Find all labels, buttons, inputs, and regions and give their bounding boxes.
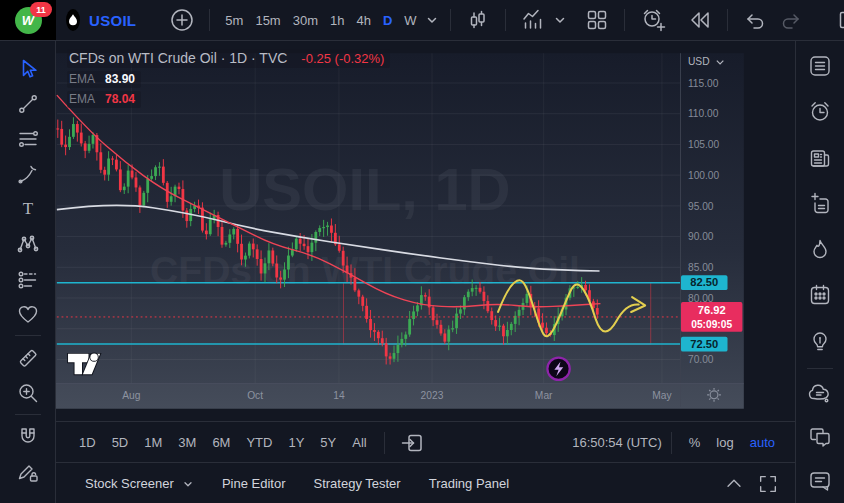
symbol-legend-row[interactable]: CFDs on WTI Crude Oil · 1D · TVC -0.25 (… bbox=[67, 49, 390, 68]
interval-4h[interactable]: 4h bbox=[350, 13, 376, 28]
app-logo[interactable]: W 11 bbox=[0, 0, 56, 40]
time-axis-strip[interactable] bbox=[55, 384, 744, 408]
svg-text:70.00: 70.00 bbox=[688, 354, 714, 365]
auto-scale-button[interactable]: auto bbox=[742, 435, 783, 450]
interval-15m[interactable]: 15m bbox=[249, 13, 286, 28]
range-3m[interactable]: 3M bbox=[170, 435, 204, 450]
forecast-tool[interactable] bbox=[0, 261, 55, 296]
legend-title: CFDs on WTI Crude Oil · 1D · TVC bbox=[69, 50, 287, 66]
interval-1h[interactable]: 1h bbox=[324, 13, 350, 28]
fullscreen-square-button[interactable] bbox=[831, 9, 844, 31]
watermark-symbol: USOIL, 1D bbox=[219, 156, 510, 223]
xabcd-pattern-tool[interactable] bbox=[0, 226, 55, 261]
fib-retracement-tool[interactable] bbox=[0, 121, 55, 156]
tab-strategy-tester[interactable]: Strategy Tester bbox=[313, 476, 400, 491]
svg-text:Aug: Aug bbox=[122, 390, 140, 401]
divider bbox=[671, 432, 672, 454]
tab-pine-editor[interactable]: Pine Editor bbox=[222, 476, 286, 491]
range-1y[interactable]: 1Y bbox=[280, 435, 312, 450]
range-ytd[interactable]: YTD bbox=[238, 435, 280, 450]
calendar-button[interactable] bbox=[796, 273, 844, 319]
drawing-toolbar: T bbox=[0, 41, 56, 503]
tab-stock-screener-label: Stock Screener bbox=[85, 476, 174, 491]
alerts-button[interactable] bbox=[796, 89, 844, 135]
bottom-range-toolbar: 1D 5D 1M 3M 6M YTD 1Y 5Y All 16:50:54 (U… bbox=[55, 421, 795, 463]
svg-text:76.92: 76.92 bbox=[698, 304, 726, 316]
indicators-button[interactable] bbox=[515, 8, 551, 32]
svg-text:85.00: 85.00 bbox=[688, 262, 714, 273]
quick-action-lightning-icon[interactable] bbox=[547, 358, 569, 380]
news-button[interactable] bbox=[796, 135, 844, 181]
zoom-in-tool[interactable] bbox=[0, 375, 55, 410]
trend-line-tool[interactable] bbox=[0, 86, 55, 121]
panel-collapse-chevron-up-button[interactable] bbox=[717, 473, 751, 495]
alert-clock-button[interactable] bbox=[634, 7, 672, 33]
range-1d[interactable]: 1D bbox=[71, 435, 104, 450]
redo-button[interactable] bbox=[773, 8, 809, 32]
utc-clock[interactable]: 16:50:54 (UTC) bbox=[572, 435, 662, 450]
favorites-heart-tool[interactable] bbox=[0, 296, 55, 331]
chats-button[interactable] bbox=[796, 415, 844, 459]
svg-text:90.00: 90.00 bbox=[688, 231, 714, 242]
interval-chevron-down-icon[interactable] bbox=[423, 13, 441, 27]
compare-add-button[interactable] bbox=[164, 8, 200, 32]
chart-style-candles-button[interactable] bbox=[460, 8, 496, 32]
panel-maximize-button[interactable] bbox=[751, 473, 785, 495]
ema-legend-row-1[interactable]: EMA 83.90 bbox=[67, 71, 141, 88]
trading-app: W 11 USOIL 5m 15m 30m 1h 4h D W bbox=[0, 0, 844, 503]
log-scale-button[interactable]: log bbox=[708, 435, 741, 450]
symbol-name[interactable]: USOIL bbox=[89, 12, 136, 29]
magnet-tool[interactable] bbox=[0, 419, 55, 454]
divider bbox=[450, 9, 451, 31]
bar-replay-button[interactable] bbox=[682, 8, 718, 32]
svg-text:82.50: 82.50 bbox=[690, 276, 718, 288]
interval-5m[interactable]: 5m bbox=[219, 13, 249, 28]
oil-droplet-icon bbox=[66, 9, 80, 31]
svg-text:72.50: 72.50 bbox=[690, 338, 718, 350]
drawing-lock-tool[interactable] bbox=[0, 454, 55, 489]
divider bbox=[807, 368, 833, 369]
range-5d[interactable]: 5D bbox=[104, 435, 137, 450]
ema-legend-row-2[interactable]: EMA 78.04 bbox=[67, 91, 141, 108]
interval-1w[interactable]: W bbox=[398, 13, 422, 28]
tab-pine-editor-label: Pine Editor bbox=[222, 476, 286, 491]
layout-grid-button[interactable] bbox=[579, 8, 615, 32]
divider bbox=[384, 432, 385, 454]
measure-ruler-tool[interactable] bbox=[0, 340, 55, 375]
notification-badge: 11 bbox=[30, 2, 52, 17]
chart-legend: CFDs on WTI Crude Oil · 1D · TVC -0.25 (… bbox=[67, 49, 390, 111]
svg-text:14: 14 bbox=[333, 390, 345, 401]
top-toolbar: W 11 USOIL 5m 15m 30m 1h 4h D W bbox=[0, 0, 844, 41]
price-axis-currency[interactable]: USD bbox=[688, 56, 710, 67]
tab-trading-panel[interactable]: Trading Panel bbox=[429, 476, 509, 491]
divider bbox=[727, 9, 728, 31]
range-1m[interactable]: 1M bbox=[136, 435, 170, 450]
support-chat-button[interactable] bbox=[796, 459, 844, 503]
undo-button[interactable] bbox=[737, 8, 773, 32]
interval-1d-active[interactable]: D bbox=[377, 13, 398, 28]
minds-button[interactable] bbox=[796, 373, 844, 415]
percent-scale-button[interactable]: % bbox=[681, 435, 709, 450]
brush-tool[interactable] bbox=[0, 156, 55, 191]
tab-stock-screener[interactable]: Stock Screener bbox=[85, 476, 194, 491]
interval-30m[interactable]: 30m bbox=[287, 13, 324, 28]
svg-text:Mar: Mar bbox=[535, 390, 553, 401]
text-tool[interactable]: T bbox=[0, 191, 55, 226]
right-widget-bar bbox=[795, 41, 844, 503]
hotlists-button[interactable] bbox=[796, 227, 844, 273]
range-all[interactable]: All bbox=[344, 435, 374, 450]
notes-add-button[interactable] bbox=[796, 181, 844, 227]
divider bbox=[15, 335, 41, 336]
svg-text:105.00: 105.00 bbox=[688, 139, 720, 150]
svg-text:2023: 2023 bbox=[421, 390, 444, 401]
range-5y[interactable]: 5Y bbox=[312, 435, 344, 450]
svg-text:115.00: 115.00 bbox=[688, 78, 719, 89]
indicators-chevron-down-icon[interactable] bbox=[551, 13, 569, 27]
svg-text:05:09:05: 05:09:05 bbox=[691, 319, 732, 330]
ideas-button[interactable] bbox=[796, 318, 844, 364]
divider bbox=[15, 414, 41, 415]
watchlist-button[interactable] bbox=[796, 43, 844, 89]
range-6m[interactable]: 6M bbox=[204, 435, 238, 450]
go-to-date-button[interactable] bbox=[394, 431, 430, 455]
cursor-tool[interactable] bbox=[0, 51, 55, 86]
